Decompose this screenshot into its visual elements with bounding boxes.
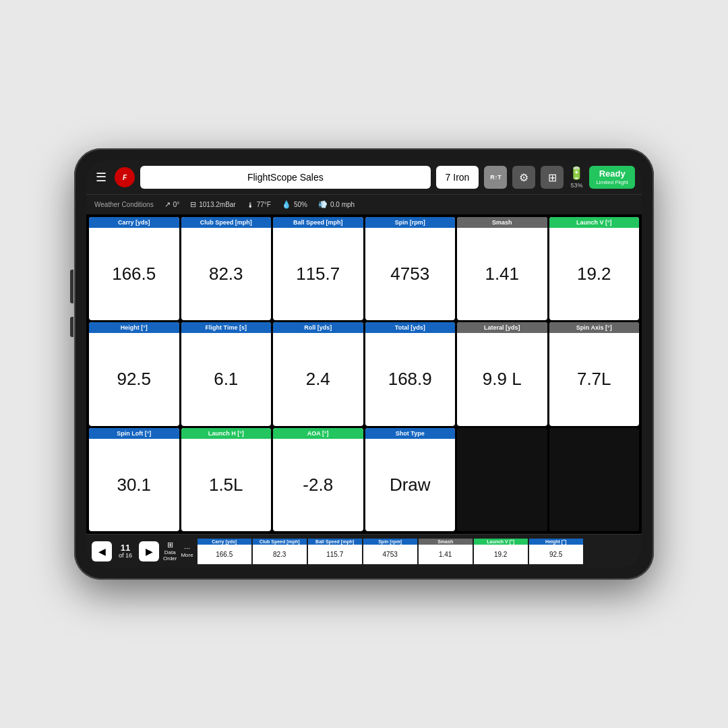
bottom-stat-launch-v-: Launch V [°]19.2 xyxy=(474,539,528,564)
stat-header-label: Carry [yds] xyxy=(198,539,251,545)
pressure-reading: ⊟ 1013.2mBar xyxy=(190,200,235,209)
cell-value: 2.4 xyxy=(273,333,363,425)
current-page: 11 xyxy=(121,543,130,552)
layout-button[interactable]: ⊞ xyxy=(541,166,564,189)
data-cell-smash[interactable]: Smash1.41 xyxy=(457,217,547,320)
data-cell-aoa-[interactable]: AOA [°]-2.8 xyxy=(273,428,363,531)
bottom-stat-club-speed-mph: Club Speed [mph]82.3 xyxy=(253,539,307,564)
total-pages: of 16 xyxy=(119,552,132,559)
cell-header-label: Roll [yds] xyxy=(273,322,363,333)
grid-row-2: Height [°]92.5Flight Time [s]6.1Roll [yd… xyxy=(89,322,639,425)
cell-value: 6.1 xyxy=(181,333,272,425)
humidity-reading: 💧 50% xyxy=(282,200,307,209)
ready-sublabel: Limited Flight xyxy=(596,179,628,186)
data-cell-total-yds[interactable]: Total [yds]168.9 xyxy=(365,322,456,425)
cell-header-label: Launch V [°] xyxy=(549,217,640,228)
bottom-stat-smash: Smash1.41 xyxy=(419,539,473,564)
bottom-stat-carry-yds: Carry [yds]166.5 xyxy=(198,539,251,564)
data-cell-lateral-yds[interactable]: Lateral [yds]9.9 L xyxy=(457,322,547,425)
stat-header-label: Ball Speed [mph] xyxy=(308,539,362,545)
cell-header-label: Spin [rpm] xyxy=(365,217,456,228)
cell-value: 4753 xyxy=(365,228,456,320)
cell-header-label: Club Speed [mph] xyxy=(181,217,272,228)
data-cell-club-speed-mph[interactable]: Club Speed [mph]82.3 xyxy=(181,217,272,320)
data-cell-ball-speed-mph[interactable]: Ball Speed [mph]115.7 xyxy=(273,217,363,320)
more-button[interactable]: ··· More xyxy=(181,544,193,558)
settings-button[interactable]: ⚙ xyxy=(512,166,535,189)
cell-header-label: Spin Loft [°] xyxy=(89,428,179,439)
pressure-icon: ⊟ xyxy=(190,200,196,209)
cell-value: 7.7L xyxy=(549,333,640,425)
stat-value: 115.7 xyxy=(308,545,362,564)
cell-header-label: Launch H [°] xyxy=(181,428,272,439)
cell-value: 30.1 xyxy=(89,439,179,531)
stat-value: 4753 xyxy=(363,545,417,564)
stat-header-label: Smash xyxy=(419,539,473,545)
cell-value: 168.9 xyxy=(365,333,456,425)
cell-header-label: Smash xyxy=(457,217,547,228)
data-cell-carry-yds[interactable]: Carry [yds]166.5 xyxy=(89,217,179,320)
wind-direction: ↗ 0° xyxy=(164,200,180,209)
bottom-stat-spin-rpm: Spin [rpm]4753 xyxy=(363,539,417,564)
club-selector[interactable]: 7 Iron xyxy=(436,166,479,189)
stat-header-label: Club Speed [mph] xyxy=(253,539,307,545)
empty-cell-3-5 xyxy=(457,428,547,531)
weather-bar: Weather Conditions ↗ 0° ⊟ 1013.2mBar 🌡 7… xyxy=(86,194,642,214)
weather-conditions-label: Weather Conditions xyxy=(94,201,154,208)
cell-header-label: Lateral [yds] xyxy=(457,322,547,333)
data-cell-roll-yds[interactable]: Roll [yds]2.4 xyxy=(273,322,363,425)
cell-value: 166.5 xyxy=(89,228,179,320)
data-cell-shot-type[interactable]: Shot TypeDraw xyxy=(365,428,456,531)
menu-button[interactable]: ☰ xyxy=(93,167,109,187)
stat-header-label: Launch V [°] xyxy=(474,539,528,545)
humidity-icon: 💧 xyxy=(282,200,291,209)
data-cell-spin-loft-[interactable]: Spin Loft [°]30.1 xyxy=(89,428,179,531)
cell-value: 9.9 L xyxy=(457,333,547,425)
data-cell-spin-axis-[interactable]: Spin Axis [°]7.7L xyxy=(549,322,640,425)
wind-speed-icon: 💨 xyxy=(318,200,328,209)
stat-value: 82.3 xyxy=(253,545,307,564)
bottom-bar: ◀ 11 of 16 ▶ ⊞ Data Order ··· More Carry… xyxy=(86,534,642,568)
temperature-reading: 🌡 77°F xyxy=(247,201,271,209)
stat-value: 19.2 xyxy=(474,545,528,564)
cell-value: Draw xyxy=(365,439,456,531)
bottom-stat-ball-speed-mph: Ball Speed [mph]115.7 xyxy=(308,539,362,564)
bottom-stats-row: Carry [yds]166.5Club Speed [mph]82.3Ball… xyxy=(198,539,636,564)
session-title[interactable]: FlightScope Sales xyxy=(140,166,431,189)
empty-cell-3-6 xyxy=(549,428,640,531)
next-shot-button[interactable]: ▶ xyxy=(139,541,159,562)
tablet-screen: ☰ F FlightScope Sales 7 Iron R↑T ⚙ ⊞ 🔋 5… xyxy=(86,160,642,568)
cell-header-label: Height [°] xyxy=(89,322,179,333)
stat-header-label: Height [°] xyxy=(529,539,583,545)
cell-header-label: Flight Time [s] xyxy=(181,322,272,333)
cell-value: 1.5L xyxy=(181,439,272,531)
data-cell-spin-rpm[interactable]: Spin [rpm]4753 xyxy=(365,217,456,320)
data-cell-launch-h-[interactable]: Launch H [°]1.5L xyxy=(181,428,272,531)
ready-label: Ready xyxy=(596,169,628,179)
cell-value: 92.5 xyxy=(89,333,179,425)
stat-header-label: Spin [rpm] xyxy=(363,539,417,545)
data-order-button[interactable]: ⊞ Data Order xyxy=(163,541,177,562)
battery-icon: 🔋 xyxy=(569,166,584,181)
cell-value: 82.3 xyxy=(181,228,272,320)
cell-value: 19.2 xyxy=(549,228,640,320)
cell-header-label: Shot Type xyxy=(365,428,456,439)
bottom-stat-height-: Height [°]92.5 xyxy=(529,539,583,564)
wind-direction-icon: ↗ xyxy=(164,200,171,209)
temp-icon: 🌡 xyxy=(247,201,254,209)
battery-percentage: 53% xyxy=(570,182,582,189)
data-grid: Carry [yds]166.5Club Speed [mph]82.3Ball… xyxy=(86,214,642,534)
wind-speed-reading: 💨 0.0 mph xyxy=(318,200,355,209)
cell-header-label: AOA [°] xyxy=(273,428,363,439)
data-cell-flight-time-s[interactable]: Flight Time [s]6.1 xyxy=(181,322,272,425)
grid-row-3: Spin Loft [°]30.1Launch H [°]1.5LAOA [°]… xyxy=(89,428,639,531)
battery-indicator: 🔋 53% xyxy=(569,166,584,189)
prev-shot-button[interactable]: ◀ xyxy=(92,541,112,562)
flightscope-logo: F xyxy=(115,167,135,187)
rt-button[interactable]: R↑T xyxy=(484,166,507,189)
data-cell-height-[interactable]: Height [°]92.5 xyxy=(89,322,179,425)
cell-value: -2.8 xyxy=(273,439,363,531)
top-bar: ☰ F FlightScope Sales 7 Iron R↑T ⚙ ⊞ 🔋 5… xyxy=(86,160,642,194)
cell-header-label: Ball Speed [mph] xyxy=(273,217,363,228)
data-cell-launch-v-[interactable]: Launch V [°]19.2 xyxy=(549,217,640,320)
